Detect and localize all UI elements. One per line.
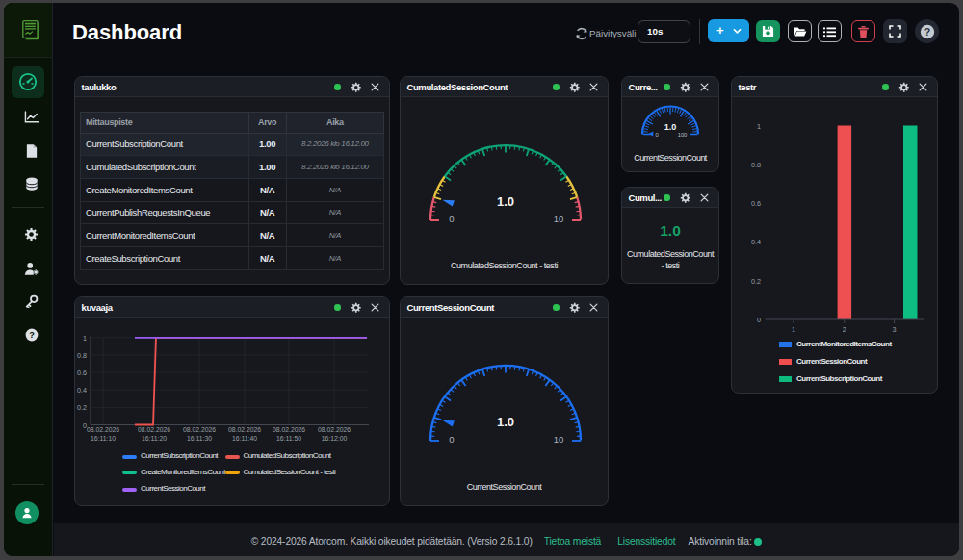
svg-text:08.02.2026: 08.02.2026 [87,426,119,433]
svg-text:0.2: 0.2 [751,277,761,286]
svg-text:3: 3 [893,325,897,334]
svg-text:08.02.2026: 08.02.2026 [138,426,170,433]
svg-text:16:12:00: 16:12:00 [322,435,348,442]
svg-text:1.0: 1.0 [664,122,677,132]
svg-text:1: 1 [757,122,761,131]
svg-text:0.6: 0.6 [77,369,87,377]
svg-text:0: 0 [449,214,454,224]
svg-text:0.4: 0.4 [77,386,87,395]
svg-text:08.02.2026: 08.02.2026 [228,426,261,433]
svg-text:16:11:10: 16:11:10 [91,435,116,442]
svg-text:10: 10 [554,214,564,224]
svg-text:?: ? [924,25,929,37]
svg-text:?: ? [29,330,35,340]
svg-text:0.8: 0.8 [751,161,761,169]
svg-text:0: 0 [655,132,658,138]
svg-text:08.02.2026: 08.02.2026 [183,426,216,433]
svg-text:08.02.2026: 08.02.2026 [273,426,305,433]
svg-text:1.0: 1.0 [497,194,514,209]
svg-text:1.0: 1.0 [497,415,514,429]
svg-text:0.4: 0.4 [751,238,761,246]
svg-text:100: 100 [678,132,688,138]
svg-text:0: 0 [757,316,761,324]
svg-text:16:11:50: 16:11:50 [276,435,301,442]
svg-text:0.8: 0.8 [77,351,87,360]
svg-text:16:11:40: 16:11:40 [232,435,257,442]
svg-text:0.6: 0.6 [751,199,761,208]
svg-text:2: 2 [843,325,846,334]
svg-text:08.02.2026: 08.02.2026 [318,426,351,433]
svg-text:16:11:20: 16:11:20 [142,435,167,442]
svg-text:10: 10 [554,434,564,445]
svg-text:0: 0 [449,434,454,445]
svg-text:1: 1 [792,325,795,334]
svg-text:16:11:30: 16:11:30 [187,435,212,442]
svg-text:0.2: 0.2 [77,403,87,412]
svg-text:1: 1 [83,334,87,343]
